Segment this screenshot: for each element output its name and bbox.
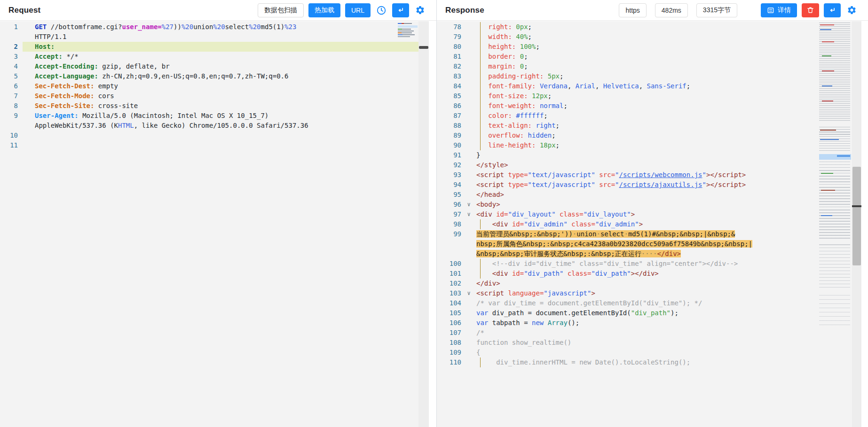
line-number	[441, 249, 465, 259]
send-request-button[interactable]	[392, 3, 409, 17]
response-editor[interactable]: 78 right: 0px;79 width: 40%;80 height: 1…	[437, 21, 861, 427]
code-line[interactable]: 86 font-weight: normal;	[441, 101, 861, 111]
fold-chevron-icon[interactable]: ∨	[465, 288, 473, 298]
fold-spacer	[465, 22, 473, 32]
line-number: 82	[441, 62, 465, 71]
line-number: 104	[441, 298, 465, 308]
code-line[interactable]: 10	[0, 131, 429, 140]
request-scrollbar-thumb[interactable]	[419, 46, 428, 49]
code-line[interactable]: 9User-Agent: Mozilla/5.0 (Macintosh; Int…	[0, 111, 429, 121]
fold-spacer	[465, 91, 473, 101]
code-line[interactable]: 7Sec-Fetch-Mode: cors	[0, 91, 429, 101]
code-line[interactable]: 78 right: 0px;	[441, 22, 861, 32]
fold-chevron-icon[interactable]: ∨	[465, 210, 473, 219]
code-line[interactable]: 103∨<script language="javascript">	[441, 288, 861, 298]
enter-icon	[396, 6, 405, 15]
code-text: </div>	[476, 279, 500, 288]
send-response-button[interactable]	[824, 3, 841, 17]
code-line[interactable]: 88 text-align: right;	[441, 121, 861, 131]
code-line[interactable]: 6Sec-Fetch-Dest: empty	[0, 81, 429, 91]
response-settings-gear-icon[interactable]	[845, 4, 858, 16]
code-line[interactable]: 11	[0, 140, 429, 150]
code-line[interactable]: 98 <div id="div_admin" class="div_admin"…	[441, 219, 861, 229]
code-line[interactable]: 101 <div id="div_path" class="div_path">…	[441, 269, 861, 279]
code-line[interactable]: 91}	[441, 150, 861, 160]
code-line[interactable]: 108function show_realtime()	[441, 338, 861, 348]
code-text: border: 0;	[476, 52, 528, 62]
code-line[interactable]: 1GET //bottomframe.cgi?user_name=%27))%2…	[0, 22, 429, 32]
response-scrollbar-thumb[interactable]	[852, 167, 861, 265]
code-text: Accept: */*	[35, 52, 79, 62]
code-line[interactable]: 105var div_path = document.getElementByI…	[441, 308, 861, 318]
code-line[interactable]: HTTP/1.1	[0, 32, 429, 42]
response-minimap[interactable]	[819, 23, 851, 351]
code-line[interactable]: 81 border: 0;	[441, 52, 861, 62]
line-number: 102	[441, 279, 465, 288]
code-line[interactable]: 79 width: 40%;	[441, 32, 861, 42]
code-line[interactable]: 89 overflow: hidden;	[441, 131, 861, 140]
line-number: 91	[441, 150, 465, 160]
fold-spacer	[465, 308, 473, 318]
url-button[interactable]: URL	[345, 3, 371, 17]
code-line[interactable]: 96∨<body>	[441, 200, 861, 210]
code-text: margin: 0;	[476, 62, 528, 71]
code-line[interactable]: 90 line-height: 18px;	[441, 140, 861, 150]
packet-scan-button[interactable]: 数据包扫描	[258, 3, 304, 17]
request-settings-gear-icon[interactable]	[414, 4, 426, 16]
request-scrollbar[interactable]	[418, 21, 429, 427]
request-editor[interactable]: 1GET //bottomframe.cgi?user_name=%27))%2…	[0, 21, 429, 427]
line-number: 95	[441, 190, 465, 200]
code-line[interactable]: &nbsp;&nbsp;审计服务状态&nbsp;:&nbsp;正在运行····<…	[441, 249, 861, 259]
code-line[interactable]: 104/* var div_time = document.getElement…	[441, 298, 861, 308]
request-minimap[interactable]	[398, 23, 418, 41]
line-number: 101	[441, 269, 465, 279]
fold-spacer	[465, 71, 473, 81]
code-line[interactable]: 99当前管理员&nbsp;:&nbsp;'))·union·select·md5…	[441, 229, 861, 239]
delete-button[interactable]	[802, 3, 819, 17]
code-line[interactable]: 5Accept-Language: zh-CN,zh;q=0.9,en-US;q…	[0, 71, 429, 81]
fold-spacer	[465, 32, 473, 42]
code-text: <div id="div_admin" class="div_admin">	[476, 219, 643, 229]
detail-button[interactable]: 详情	[761, 3, 797, 17]
response-scrollbar-cursor-mark	[852, 205, 861, 207]
code-line[interactable]: 85 font-size: 12px;	[441, 91, 861, 101]
code-line[interactable]: 109{	[441, 348, 861, 357]
request-header: Request 数据包扫描 热加载 URL	[0, 0, 436, 21]
code-line[interactable]: 106var tabpath = new Array();	[441, 318, 861, 328]
code-line[interactable]: 107/*	[441, 328, 861, 338]
code-line[interactable]: 83 padding-right: 5px;	[441, 71, 861, 81]
code-line[interactable]: 97∨<div id="div_layout" class="div_layou…	[441, 210, 861, 219]
response-scrollbar[interactable]	[852, 21, 861, 427]
code-line[interactable]: 94<script type="text/javascript" src="/s…	[441, 180, 861, 190]
fold-spacer	[465, 101, 473, 111]
line-number: 92	[441, 160, 465, 170]
code-line[interactable]: nbsp;所属角色&nbsp;:&nbsp;c4ca4238a0b923820d…	[441, 239, 861, 249]
fold-spacer	[23, 32, 30, 42]
line-number: 9	[0, 111, 23, 121]
code-line[interactable]: 4Accept-Encoding: gzip, deflate, br	[0, 62, 429, 71]
code-text: var div_path = document.getElementById("…	[476, 308, 679, 318]
line-number: 87	[441, 111, 465, 121]
code-line[interactable]: 3Accept: */*	[0, 52, 429, 62]
code-line[interactable]: 80 height: 100%;	[441, 42, 861, 52]
fold-spacer	[465, 298, 473, 308]
code-line[interactable]: 2Host:	[0, 42, 429, 52]
code-line[interactable]: 102</div>	[441, 279, 861, 288]
hot-reload-button[interactable]: 热加载	[308, 3, 340, 17]
code-line[interactable]: 95</head>	[441, 190, 861, 200]
line-number: 86	[441, 101, 465, 111]
code-line[interactable]: 93<script type="text/javascript" src="/s…	[441, 170, 861, 180]
code-line[interactable]: 8Sec-Fetch-Site: cross-site	[0, 101, 429, 111]
fold-spacer	[465, 131, 473, 140]
fold-chevron-icon[interactable]: ∨	[465, 200, 473, 210]
code-line[interactable]: 100 <!--div id="div_time" class="div_tim…	[441, 259, 861, 269]
history-clock-icon[interactable]	[375, 4, 387, 16]
code-line[interactable]: 92</style>	[441, 160, 861, 170]
code-text: 当前管理员&nbsp;:&nbsp;'))·union·select·md5(1…	[476, 229, 735, 239]
fold-spacer	[23, 71, 30, 81]
code-line[interactable]: 84 font-family: Verdana, Arial, Helvetic…	[441, 81, 861, 91]
code-line[interactable]: 87 color: #ffffff;	[441, 111, 861, 121]
code-line[interactable]: 82 margin: 0;	[441, 62, 861, 71]
code-line[interactable]: 110 div_time.innerHTML = new Date().toLo…	[441, 357, 861, 367]
code-line[interactable]: AppleWebKit/537.36 (KHTML, like Gecko) C…	[0, 121, 429, 131]
